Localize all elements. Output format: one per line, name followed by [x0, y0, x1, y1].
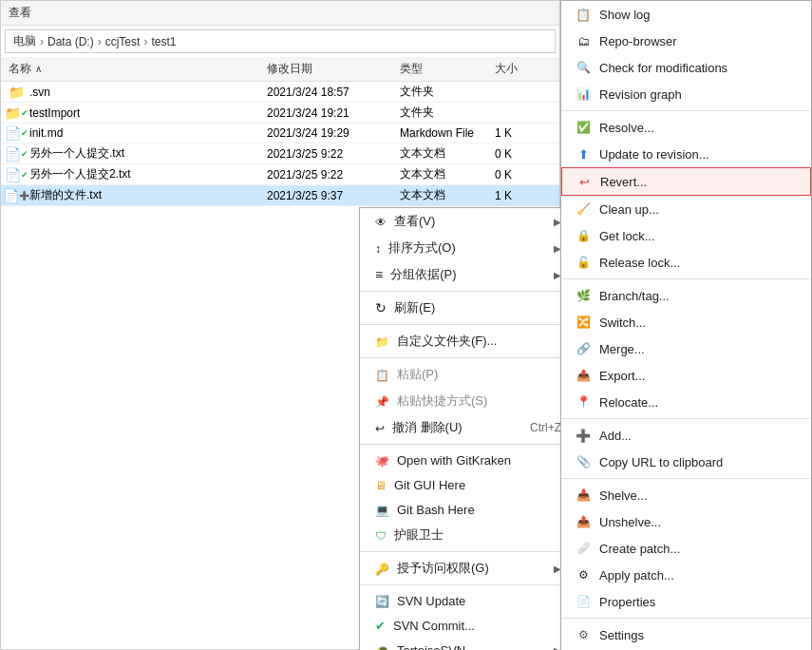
left-menu-item-15[interactable]: 护眼卫士 [360, 522, 576, 548]
menu-shortcut: Ctrl+Z [530, 421, 561, 434]
left-menu-item-17[interactable]: 授予访问权限(G) [360, 555, 576, 582]
left-menu-item-10[interactable]: 撤消 删除(U)Ctrl+Z [360, 414, 576, 441]
menu-item-label: 撤消 删除(U) [392, 419, 463, 436]
menu-item-label: SVN Commit... [393, 619, 475, 633]
file-type: 文件夹 [400, 105, 495, 121]
right-menu-item-25[interactable]: Properties [561, 588, 811, 615]
file-date: 2021/3/24 18:57 [267, 86, 400, 99]
left-menu-item-6[interactable]: 自定义文件夹(F)... [360, 328, 576, 354]
lico-gitbash-icon [375, 502, 389, 517]
ico-add-icon [575, 427, 592, 444]
lico-gitgui-icon [375, 477, 387, 492]
file-row[interactable]: 📁 .svn 2021/3/24 18:57 文件夹 [1, 82, 559, 103]
file-date: 2021/3/25 9:22 [267, 147, 400, 161]
file-name-text: 新增的文件.txt [29, 187, 102, 203]
right-menu-item-24[interactable]: Apply patch... [561, 562, 811, 588]
right-menu-item-18[interactable]: Add... [561, 422, 811, 449]
col-type-header[interactable]: 类型 [400, 61, 495, 77]
breadcrumb-computer[interactable]: 电脑 [13, 33, 36, 49]
menu-separator [360, 444, 576, 445]
right-menu-item-6[interactable]: Update to revision... [561, 141, 811, 167]
left-menu-item-9[interactable]: 粘贴快捷方式(S) [360, 388, 576, 414]
file-add-icon: 📄➕ [9, 188, 24, 203]
right-menu-item-2[interactable]: Check for modifications [561, 54, 811, 81]
ico-url-icon [575, 453, 592, 470]
ico-log-icon [575, 6, 592, 23]
right-menu-item-9[interactable]: Get lock... [561, 222, 811, 249]
file-name-text: testImport [29, 106, 80, 120]
left-menu-item-1[interactable]: 排序方式(O) [360, 235, 576, 261]
ico-relocate-icon [575, 393, 592, 411]
file-type: 文本文档 [400, 187, 495, 203]
file-list: 📁 .svn 2021/3/24 18:57 文件夹 📁✔ testImport… [1, 82, 559, 206]
right-menu-item-8[interactable]: Clean up... [561, 196, 811, 222]
col-name-header[interactable]: 名称 ∧ [9, 61, 267, 77]
explorer-toolbar: 查看 [1, 1, 559, 26]
breadcrumb-drive[interactable]: Data (D:) [47, 35, 94, 48]
left-menu-item-20[interactable]: SVN Commit... [360, 613, 576, 638]
menu-item-label: SVN Update [397, 594, 465, 608]
menu-separator [360, 357, 576, 358]
right-menu-item-label: Revert... [600, 175, 647, 189]
left-menu-item-19[interactable]: SVN Update [360, 588, 576, 613]
breadcrumb-folder1[interactable]: ccjTest [105, 35, 141, 48]
file-row[interactable]: 📄✔ 另外一个人提交2.txt 2021/3/25 9:22 文本文档 0 K [1, 164, 559, 185]
file-date: 2021/3/24 19:29 [267, 126, 400, 140]
file-name-text: 另外一个人提交.txt [29, 145, 124, 162]
right-menu-item-23[interactable]: Create patch... [561, 535, 811, 562]
right-menu-item-15[interactable]: Export... [561, 362, 811, 389]
left-menu-item-12[interactable]: Open with GitKraken [360, 448, 576, 472]
left-context-menu: 查看(V)排序方式(O)分组依据(P)刷新(E)自定义文件夹(F)...粘贴(P… [359, 207, 577, 650]
left-menu-item-0[interactable]: 查看(V) [360, 208, 576, 235]
right-menu-item-21[interactable]: Shelve... [561, 482, 811, 508]
right-menu-item-label: Unshelve... [599, 515, 661, 529]
file-size: 1 K [495, 126, 552, 140]
left-menu-item-13[interactable]: Git GUI Here [360, 472, 576, 497]
right-menu-item-16[interactable]: Relocate... [561, 389, 811, 415]
ico-shelve-icon [575, 487, 592, 504]
col-size-header[interactable]: 大小 [495, 61, 552, 77]
right-menu-item-label: Revision graph [599, 87, 682, 102]
left-menu-item-8[interactable]: 粘贴(P) [360, 361, 576, 388]
ico-lock-icon [575, 227, 592, 244]
ico-branch-icon [575, 287, 592, 304]
file-name-text: init.md [29, 126, 63, 140]
file-row[interactable]: 📁✔ testImport 2021/3/24 19:21 文件夹 [1, 103, 559, 124]
ico-export-icon [575, 367, 592, 384]
ico-check-icon [575, 59, 592, 76]
right-menu-item-7[interactable]: Revert... [561, 167, 811, 196]
col-date-header[interactable]: 修改日期 [267, 61, 400, 77]
right-menu-item-13[interactable]: Switch... [561, 309, 811, 335]
file-name-cell: 📄✔ 另外一个人提交2.txt [9, 166, 267, 182]
right-menu-item-22[interactable]: Unshelve... [561, 508, 811, 535]
file-size: 0 K [495, 147, 552, 161]
left-menu-item-14[interactable]: Git Bash Here [360, 497, 576, 522]
menu-item-label: Git Bash Here [397, 503, 475, 517]
right-menu-item-27[interactable]: Settings [561, 621, 811, 648]
right-menu-item-5[interactable]: Resolve... [561, 114, 811, 141]
left-menu-item-2[interactable]: 分组依据(P) [360, 261, 576, 288]
right-menu-item-19[interactable]: Copy URL to clipboard [561, 449, 811, 475]
right-menu-item-14[interactable]: Merge... [561, 335, 811, 362]
menu-item-label: 刷新(E) [394, 299, 435, 316]
right-menu-item-label: Export... [599, 369, 645, 383]
right-menu-item-3[interactable]: Revision graph [561, 81, 811, 107]
right-menu-item-0[interactable]: Show log [561, 1, 811, 28]
right-menu-item-12[interactable]: Branch/tag... [561, 282, 811, 309]
breadcrumb[interactable]: 电脑 › Data (D:) › ccjTest › test1 [5, 29, 556, 53]
right-menu-item-10[interactable]: Release lock... [561, 249, 811, 276]
file-row[interactable]: 📄✔ 另外一个人提交.txt 2021/3/25 9:22 文本文档 0 K [1, 143, 559, 164]
right-menu-item-label: Apply patch... [599, 568, 674, 583]
left-menu-item-21[interactable]: TortoiseSVN [360, 638, 576, 650]
lico-refresh-icon [375, 300, 387, 315]
menu-item-label: Git GUI Here [394, 478, 465, 492]
lico-eye-icon [375, 527, 387, 543]
right-menu-item-label: Add... [599, 429, 632, 443]
breadcrumb-folder2[interactable]: test1 [151, 35, 176, 48]
file-row[interactable]: 📄✔ init.md 2021/3/24 19:29 Markdown File… [1, 124, 559, 143]
file-name-cell: 📁✔ testImport [9, 105, 267, 121]
right-menu-separator [561, 618, 811, 619]
right-menu-item-1[interactable]: Repo-browser [561, 28, 811, 54]
left-menu-item-4[interactable]: 刷新(E) [360, 295, 576, 321]
file-row[interactable]: 📄➕ 新增的文件.txt 2021/3/25 9:37 文本文档 1 K [1, 185, 559, 206]
